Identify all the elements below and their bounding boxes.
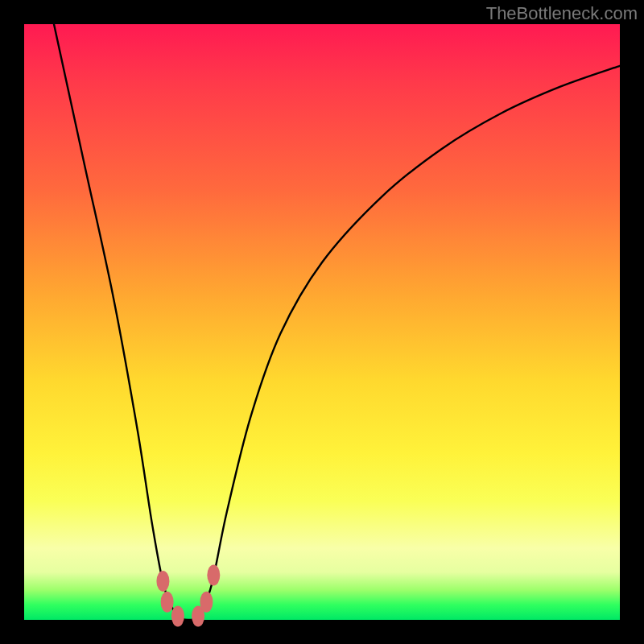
curve-layer <box>24 24 620 620</box>
marker-right-shoulder-lower <box>200 592 213 613</box>
bottleneck-curve <box>54 24 620 620</box>
curve-markers <box>156 565 220 627</box>
marker-floor-left <box>171 606 184 627</box>
chart-frame: TheBottleneck.com <box>0 0 644 644</box>
marker-left-shoulder-lower <box>161 592 174 613</box>
plot-area <box>24 24 620 620</box>
watermark-text: TheBottleneck.com <box>486 3 638 24</box>
marker-right-shoulder-upper <box>207 565 220 586</box>
marker-left-shoulder-upper <box>156 571 169 592</box>
